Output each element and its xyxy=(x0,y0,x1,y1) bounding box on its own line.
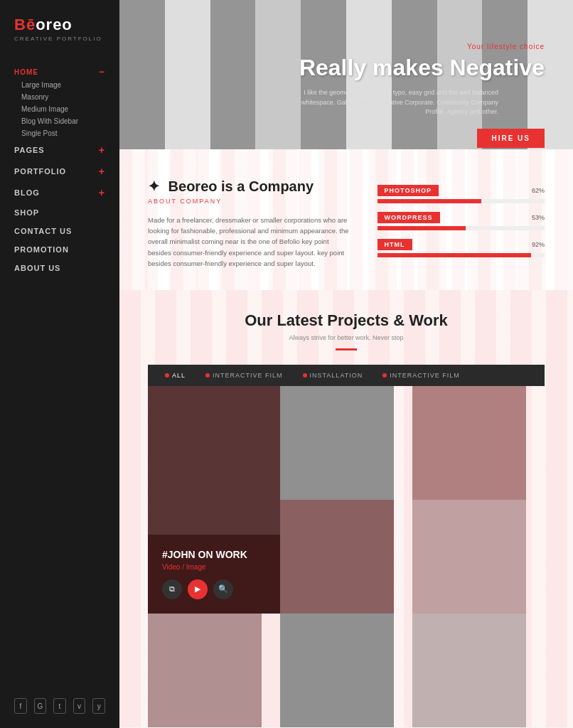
skill-fill-photoshop xyxy=(377,199,481,203)
sidebar-item-portfolio[interactable]: PORTFOLIO + xyxy=(0,161,119,182)
portfolio-grid: #JOHN ON WORK Video / Image ⧉ ▶ 🔍 xyxy=(148,386,545,727)
skill-html: HTML 92% xyxy=(377,239,545,257)
nav-sub-medium-image[interactable]: Medium Image xyxy=(0,103,119,115)
skill-track-wordpress xyxy=(377,226,545,230)
portfolio-item-4[interactable] xyxy=(280,500,394,614)
filter-interactive-film-1[interactable]: INTERACTIVE FILM xyxy=(196,365,293,386)
hero-content: Your lifestyle choice Really makes Negat… xyxy=(299,43,545,148)
hero-sup-text: Your lifestyle choice xyxy=(299,43,545,50)
dot-icon xyxy=(382,373,387,378)
portfolio-item-5[interactable] xyxy=(412,500,526,614)
main-content: Your lifestyle choice Really makes Negat… xyxy=(119,0,573,728)
logo-tagline: CREATIVE PORTFOLIO xyxy=(14,36,105,42)
social-youtube[interactable]: y xyxy=(92,698,105,714)
filter-tabs: ALL INTERACTIVE FILM INSTALLATION INTERA… xyxy=(148,365,545,386)
nav-sub-blog-sidebar[interactable]: Blog With Sidebar xyxy=(0,115,119,127)
red-divider xyxy=(336,348,357,350)
about-tag: ABOUT COMPANY xyxy=(148,198,349,205)
hire-us-button[interactable]: HIRE US xyxy=(477,129,545,148)
skill-label-photoshop: PHOTOSHOP xyxy=(377,185,439,196)
skill-pct-html: 92% xyxy=(532,241,545,248)
filter-all[interactable]: ALL xyxy=(155,365,196,386)
portfolio-item-featured[interactable]: #JOHN ON WORK Video / Image ⧉ ▶ 🔍 xyxy=(148,386,280,614)
plus-icon: + xyxy=(99,144,105,156)
plus-icon: + xyxy=(99,187,105,198)
social-twitter[interactable]: t xyxy=(53,698,66,714)
minus-icon: − xyxy=(99,66,105,77)
portfolio-item-6[interactable] xyxy=(148,614,262,727)
nav-sub-masonry[interactable]: Masonry xyxy=(0,91,119,103)
sidebar-item-blog[interactable]: BLOG + xyxy=(0,182,119,203)
dot-icon xyxy=(205,373,210,378)
sidebar-item-about[interactable]: ABOUT US xyxy=(0,259,119,277)
zoom-button[interactable]: 🔍 xyxy=(213,579,233,599)
about-text: Made for a freelancer, dressmaker or sma… xyxy=(148,215,349,269)
nav-sub-single-post[interactable]: Single Post xyxy=(0,127,119,139)
skill-track-html xyxy=(377,253,545,257)
dot-icon xyxy=(165,373,169,378)
plus-icon: ✦ xyxy=(148,178,164,194)
hero-section: Your lifestyle choice Really makes Negat… xyxy=(119,0,573,149)
portfolio-item-8[interactable] xyxy=(412,614,526,727)
social-links: f G t v y xyxy=(0,684,119,728)
filter-interactive-film-2[interactable]: INTERACTIVE FILM xyxy=(373,365,470,386)
sidebar-item-promotion[interactable]: PROMOTION xyxy=(0,240,119,259)
social-vimeo[interactable]: v xyxy=(73,698,86,714)
plus-icon: + xyxy=(99,166,105,177)
portfolio-actions: ⧉ ▶ 🔍 xyxy=(162,579,266,599)
portfolio-item-3[interactable] xyxy=(412,386,526,500)
sidebar-item-pages[interactable]: PAGES + xyxy=(0,139,119,161)
social-facebook[interactable]: f xyxy=(14,698,27,714)
logo-text: Bēoreo xyxy=(14,16,105,34)
portfolio-item-type: Video / Image xyxy=(162,563,266,571)
social-google[interactable]: G xyxy=(34,698,47,714)
logo-area: Bēoreo CREATIVE PORTFOLIO xyxy=(0,0,119,49)
link-button[interactable]: ⧉ xyxy=(162,579,182,599)
play-button[interactable]: ▶ xyxy=(188,579,208,599)
skill-fill-html xyxy=(377,253,532,257)
skill-wordpress: WORDPRESS 53% xyxy=(377,212,545,230)
skill-photoshop: PHOTOSHOP 62% xyxy=(377,185,545,203)
sidebar-nav: HOME − Large Image Masonry Medium Image … xyxy=(0,62,119,684)
portfolio-overlay: #JOHN ON WORK Video / Image ⧉ ▶ 🔍 xyxy=(148,535,280,614)
sidebar-item-shop[interactable]: SHOP xyxy=(0,203,119,222)
about-heading: ✦ Beoreo is a Company xyxy=(148,178,349,195)
projects-section: Our Latest Projects & Work Always strive… xyxy=(119,290,573,727)
nav-sub-large-image[interactable]: Large Image xyxy=(0,79,119,91)
filter-installation[interactable]: INSTALLATION xyxy=(293,365,373,386)
sidebar: Bēoreo CREATIVE PORTFOLIO HOME − Large I… xyxy=(0,0,119,728)
skill-pct-photoshop: 62% xyxy=(532,187,545,194)
skill-pct-wordpress: 53% xyxy=(532,214,545,221)
portfolio-item-7[interactable] xyxy=(280,614,394,727)
projects-title: Our Latest Projects & Work xyxy=(148,311,545,330)
hero-title: Really makes Negative xyxy=(299,55,545,81)
skill-label-wordpress: WORDPRESS xyxy=(377,212,440,223)
sidebar-item-contact[interactable]: CONTACT US xyxy=(0,222,119,240)
hero-description: I like the geometric visual, bold typo, … xyxy=(299,88,498,117)
skill-fill-wordpress xyxy=(377,226,466,230)
skill-label-html: HTML xyxy=(377,239,412,250)
about-section: ✦ Beoreo is a Company ABOUT COMPANY Made… xyxy=(119,149,573,290)
projects-title-area: Our Latest Projects & Work Always strive… xyxy=(148,311,545,350)
dot-icon xyxy=(303,373,307,378)
projects-subtitle: Always strive for better work. Never sto… xyxy=(148,334,545,341)
skill-track-photoshop xyxy=(377,199,545,203)
sidebar-item-home[interactable]: HOME − xyxy=(0,62,119,79)
portfolio-item-name: #JOHN ON WORK xyxy=(162,549,266,560)
portfolio-item-2[interactable] xyxy=(280,386,394,500)
